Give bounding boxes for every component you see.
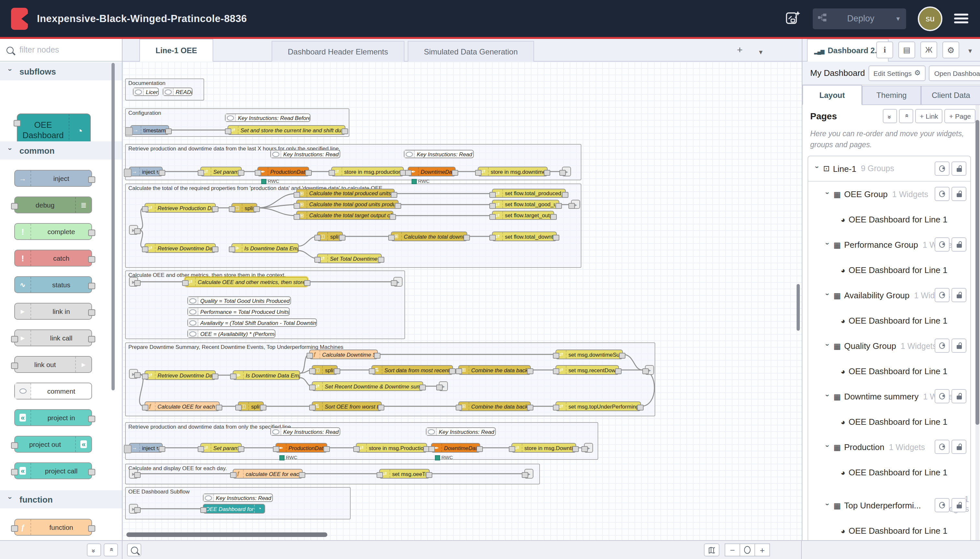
node-link-out[interactable] [584, 443, 593, 453]
inject-button[interactable] [124, 445, 132, 453]
tab-simulated-data-generation[interactable]: Simulated Data Generation [408, 41, 534, 61]
tree-widget[interactable]: ◕OEE Dashboard for Line 1 [808, 460, 970, 485]
inject-button[interactable] [124, 168, 132, 177]
node-inject-timestamp[interactable]: timestamp [130, 125, 169, 135]
chevron-down-icon[interactable]: › [824, 293, 832, 298]
palette-node-catch[interactable]: catch [14, 250, 92, 266]
canvas-horizontal-scrollbar[interactable] [126, 533, 327, 537]
node-db-downtimedata[interactable]: DowntimeData [408, 167, 455, 176]
node-change-calculate-oee-selected[interactable]: Calculate OEE and other metrics, then st… [185, 277, 308, 287]
visibility-eye-button[interactable] [935, 237, 950, 251]
tree-group-performance[interactable]: ›▦ Performance Group1 Widgets [808, 232, 970, 258]
tree-group-downtime-summery[interactable]: ›▦ Downtime summery1 Widgets [808, 384, 970, 409]
palette-section-function[interactable]: › function [0, 490, 122, 508]
node-join-target-output[interactable]: Calculate the total target output of tod… [296, 211, 393, 220]
node-link-out[interactable] [571, 200, 580, 209]
comment-key-instructions[interactable]: Key Instructions: Read Before Proceeding [426, 427, 496, 436]
node-link-out[interactable] [645, 365, 654, 375]
tree-group-availability[interactable]: ›▦ Availability Group1 Widgets [808, 283, 970, 308]
info-button[interactable]: i [876, 41, 893, 58]
tab-theming[interactable]: Theming [862, 86, 921, 104]
palette-node-project-in[interactable]: project in [14, 409, 92, 426]
palette-node-project-out[interactable]: project out [14, 436, 92, 453]
palette-node-debug[interactable]: debug [14, 197, 92, 213]
node-change-store-production[interactable]: store in msg.production_data [331, 167, 404, 176]
inject-button[interactable] [125, 127, 133, 135]
node-split[interactable]: split [238, 402, 264, 411]
add-flow-button[interactable] [737, 44, 743, 56]
node-join-downtime-duration[interactable]: Calculate the total downtime duration [391, 232, 467, 241]
tree-widget[interactable]: ◕OEE Dashboard for Line 1 [808, 308, 970, 333]
tree-widget[interactable]: ◕OEE Dashboard for Line 1 [808, 207, 970, 232]
node-db-productiondata[interactable]: ProductionData [257, 167, 309, 176]
tree-group-top-underperforming[interactable]: ›▦ Top Underperformi... 1 Widgets [808, 493, 970, 518]
deploy-dropdown-caret[interactable]: ▼ [895, 15, 901, 22]
open-dashboard-button[interactable]: Open Dashboard [929, 65, 980, 81]
node-change-set-shift[interactable]: Set and store the current line and shift… [228, 125, 345, 135]
edit-settings-button[interactable]: Edit Settings [868, 65, 926, 81]
lock-button[interactable] [952, 440, 967, 454]
node-change-set-params-2[interactable]: Set params [200, 443, 242, 453]
comment-readme[interactable]: README [163, 88, 193, 96]
palette-node-function[interactable]: function [14, 519, 92, 536]
tab-layout[interactable]: Layout [802, 85, 862, 105]
node-inject[interactable]: inject [129, 167, 163, 176]
node-change-store-downtimedata[interactable]: store in msg.DowntimeData [511, 443, 576, 453]
lock-button[interactable] [952, 187, 967, 201]
comment-oee-formula[interactable]: OEE = (Availability) * (Performance) * (… [187, 329, 276, 338]
node-change-total-good[interactable]: set flow.total_good_units [492, 200, 559, 209]
group-oee-each-day[interactable]: Calculate and display OEE for each day. [125, 464, 540, 485]
comment-quality-formula[interactable]: Quality = Total Good Units Produced / To… [187, 296, 291, 305]
node-change-total-produced[interactable]: set flow.total_produced_units [492, 189, 566, 198]
lock-button[interactable] [952, 389, 967, 404]
chevron-down-icon[interactable]: › [824, 343, 832, 349]
tree-group-production[interactable]: ›▦ Production1 Widgets [808, 435, 970, 460]
palette-section-common[interactable]: › common [0, 141, 122, 160]
expand-all-button[interactable]: » [899, 109, 913, 123]
chevron-down-icon[interactable]: › [824, 445, 832, 450]
node-join-combine[interactable]: Combine the data back into an array. [458, 365, 531, 375]
user-avatar[interactable]: su [918, 6, 942, 31]
node-db-downtimedata-2[interactable]: DowntimeData [431, 443, 480, 453]
tab-client-data[interactable]: Client Data [921, 86, 980, 104]
main-menu-icon[interactable] [954, 13, 968, 24]
lock-button[interactable] [952, 237, 967, 251]
node-change-set-recent-empty[interactable]: Set Recent Downtime & Downtime summery t… [312, 381, 423, 391]
lock-button[interactable] [952, 288, 967, 302]
comment-key-instructions[interactable]: Key Instructions: Read Before Proceeding [225, 114, 310, 122]
node-sort-recent[interactable]: Sort data from most recent to oldest [371, 365, 453, 375]
node-link-out[interactable] [393, 277, 403, 287]
palette-section-subflows[interactable]: › subflows [0, 62, 122, 80]
palette-node-link-out[interactable]: link out [14, 356, 92, 373]
tree-widget[interactable]: ◕OEE Dashboard for Line 1 [808, 258, 970, 283]
palette-node-complete[interactable]: complete [14, 223, 92, 240]
palette-node-link-in[interactable]: link in [14, 303, 92, 320]
lock-button[interactable] [952, 162, 967, 176]
tree-group-oee[interactable]: ›▦ OEE Group1 Widgets [808, 182, 970, 207]
tree-page-line-1[interactable]: › ⊡ Line-1 9 Groups [808, 156, 970, 182]
node-split[interactable]: split [317, 232, 343, 241]
node-split[interactable]: split [231, 203, 257, 213]
node-change-set-params[interactable]: Set params [200, 167, 242, 176]
node-function-downtime-summery[interactable]: Calculate Downtime Summery [309, 349, 378, 359]
add-page-button[interactable]: + Page [945, 109, 975, 123]
palette-filter-input[interactable] [18, 45, 105, 55]
palette-node-inject[interactable]: inject [14, 170, 92, 187]
canvas-vertical-scrollbar[interactable] [797, 284, 800, 331]
node-inject[interactable]: inject [129, 443, 163, 453]
collapse-all-button[interactable]: » [883, 109, 897, 123]
node-join-combine-2[interactable]: Combine the data back into an array. [458, 402, 531, 411]
node-change-recent-downtime[interactable]: set msg.recentDowntime [556, 365, 619, 375]
palette-scrollbar[interactable] [112, 63, 115, 390]
node-link-out[interactable] [439, 381, 448, 391]
chevron-down-icon[interactable]: › [824, 242, 832, 247]
node-sort-oee[interactable]: Sort OEE from worst to best [312, 402, 382, 411]
help-book-button[interactable]: ▤ [898, 41, 915, 58]
zoom-in-button[interactable]: + [754, 543, 770, 556]
zoom-reset-button[interactable] [739, 543, 755, 556]
settings-gear-button[interactable]: ⚙ [942, 41, 959, 58]
visibility-eye-button[interactable] [935, 389, 950, 404]
comment-performance-formula[interactable]: Performance = Total Produced Units / Tot… [187, 308, 290, 316]
sidebar-scrollbar[interactable] [975, 120, 979, 425]
palette-collapse-all-button[interactable]: » [87, 543, 101, 556]
